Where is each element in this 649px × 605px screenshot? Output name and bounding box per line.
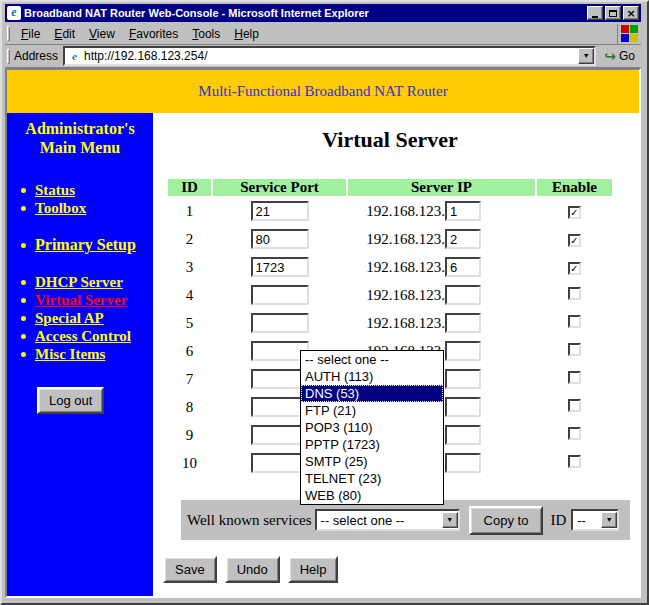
- server-ip-prefix: 192.168.123.: [366, 231, 445, 247]
- menu-help[interactable]: Help: [227, 25, 266, 43]
- dropdown-option[interactable]: TELNET (23): [301, 470, 443, 487]
- toolbar-grip[interactable]: [7, 26, 10, 41]
- service-port-input[interactable]: [251, 201, 309, 221]
- service-port-input[interactable]: [251, 313, 309, 333]
- service-port-input[interactable]: [251, 285, 309, 305]
- dropdown-option[interactable]: PPTP (1723): [301, 436, 443, 453]
- menu-edit[interactable]: Edit: [47, 25, 82, 43]
- sidebar-item-toolbox[interactable]: Toolbox: [7, 199, 153, 217]
- sidebar-link[interactable]: Virtual Server: [35, 292, 127, 308]
- sidebar-link[interactable]: Misc Items: [35, 346, 105, 362]
- service-port-input[interactable]: [251, 257, 309, 277]
- row-id: 4: [168, 282, 211, 308]
- server-ip-suffix-input[interactable]: [445, 397, 481, 417]
- minimize-button[interactable]: [587, 6, 603, 20]
- chevron-down-icon[interactable]: ▼: [442, 512, 458, 528]
- maximize-button[interactable]: [605, 6, 621, 20]
- dropdown-option[interactable]: AUTH (113): [301, 368, 443, 385]
- enable-checkbox[interactable]: [568, 315, 581, 328]
- dropdown-option[interactable]: SMTP (25): [301, 453, 443, 470]
- well-known-services-select[interactable]: -- select one -- ▼: [315, 509, 460, 531]
- enable-checkbox[interactable]: ✓: [568, 262, 581, 275]
- close-button[interactable]: ×: [623, 6, 639, 20]
- enable-checkbox[interactable]: [568, 343, 581, 356]
- sidebar-link[interactable]: Toolbox: [35, 200, 86, 216]
- logout-button[interactable]: Log out: [37, 387, 104, 414]
- well-known-services-band: Well known services -- select one -- ▼ C…: [181, 500, 630, 540]
- dropdown-option[interactable]: FTP (21): [301, 402, 443, 419]
- table-row: 5192.168.123.: [168, 310, 612, 336]
- chevron-down-icon[interactable]: ▼: [601, 512, 617, 528]
- sidebar-link[interactable]: Primary Setup: [35, 236, 136, 253]
- server-ip-suffix-input[interactable]: [445, 369, 481, 389]
- undo-button[interactable]: Undo: [225, 556, 280, 583]
- row-id: 5: [168, 310, 211, 336]
- bullet-icon: [21, 206, 26, 211]
- server-ip-suffix-input[interactable]: [445, 453, 481, 473]
- bullet-icon: [21, 188, 26, 193]
- windows-logo-icon: [617, 24, 641, 44]
- server-ip-suffix-input[interactable]: [445, 341, 481, 361]
- server-ip-suffix-input[interactable]: [445, 201, 481, 221]
- server-ip-suffix-input[interactable]: [445, 229, 481, 249]
- enable-checkbox[interactable]: [568, 427, 581, 440]
- sidebar-item-status[interactable]: Status: [7, 181, 153, 199]
- server-ip-suffix-input[interactable]: [445, 257, 481, 277]
- window-title: Broadband NAT Router Web-Console - Micro…: [24, 4, 587, 22]
- sidebar-item-virtual-server[interactable]: Virtual Server: [7, 291, 153, 309]
- maximize-icon: [609, 10, 617, 17]
- enable-checkbox[interactable]: ✓: [568, 234, 581, 247]
- enable-checkbox[interactable]: [568, 455, 581, 468]
- address-dropdown-arrow[interactable]: ▼: [578, 48, 594, 64]
- enable-checkbox[interactable]: [568, 287, 581, 300]
- menu-file[interactable]: File: [14, 25, 47, 43]
- id-label: ID: [550, 512, 566, 529]
- save-button[interactable]: Save: [163, 556, 217, 583]
- server-ip-prefix: 192.168.123.: [366, 259, 445, 275]
- toolbar-grip[interactable]: [7, 49, 10, 64]
- address-bar: Address e ▼ ↪ Go: [5, 45, 641, 68]
- sidebar-link[interactable]: DHCP Server: [35, 274, 123, 290]
- sidebar-item-special-ap[interactable]: Special AP: [7, 309, 153, 327]
- dropdown-option[interactable]: WEB (80): [301, 487, 443, 504]
- bullet-icon: [21, 334, 26, 339]
- sidebar-item-misc-items[interactable]: Misc Items: [7, 345, 153, 363]
- sidebar-item-primary-setup[interactable]: Primary Setup: [7, 236, 153, 254]
- server-ip-suffix-input[interactable]: [445, 313, 481, 333]
- address-input[interactable]: [84, 49, 578, 63]
- close-icon: ×: [626, 8, 635, 19]
- help-button[interactable]: Help: [288, 556, 339, 583]
- address-combo: e ▼: [63, 46, 596, 66]
- service-port-input[interactable]: [251, 229, 309, 249]
- menu-view[interactable]: View: [82, 25, 122, 43]
- sidebar-item-dhcp-server[interactable]: DHCP Server: [7, 273, 153, 291]
- menu-favorites[interactable]: Favorites: [122, 25, 185, 43]
- table-row: 2192.168.123.✓: [168, 226, 612, 252]
- enable-checkbox[interactable]: [568, 399, 581, 412]
- services-dropdown-list: -- select one --AUTH (113)DNS (53)FTP (2…: [300, 350, 444, 505]
- sidebar-link[interactable]: Status: [35, 182, 75, 198]
- sidebar-link[interactable]: Access Control: [35, 328, 131, 344]
- id-select[interactable]: -- ▼: [571, 509, 619, 531]
- row-id: 8: [168, 394, 211, 420]
- server-ip-prefix: 192.168.123.: [366, 203, 445, 219]
- enable-checkbox[interactable]: [568, 371, 581, 384]
- minimize-icon: [592, 16, 598, 18]
- sidebar-item-access-control[interactable]: Access Control: [7, 327, 153, 345]
- enable-checkbox[interactable]: ✓: [568, 206, 581, 219]
- sidebar-title: Administrator's Main Menu: [7, 119, 153, 157]
- copy-to-button[interactable]: Copy to: [469, 506, 544, 535]
- server-ip-suffix-input[interactable]: [445, 285, 481, 305]
- row-id: 2: [168, 226, 211, 252]
- sidebar-link[interactable]: Special AP: [35, 310, 104, 326]
- sidebar: Administrator's Main Menu StatusToolboxP…: [7, 113, 153, 596]
- server-ip-suffix-input[interactable]: [445, 425, 481, 445]
- dropdown-option[interactable]: POP3 (110): [301, 419, 443, 436]
- dropdown-option[interactable]: DNS (53): [301, 385, 443, 402]
- header-port: Service Port: [213, 179, 346, 196]
- title-bar[interactable]: e Broadband NAT Router Web-Console - Mic…: [5, 4, 641, 22]
- row-id: 1: [168, 198, 211, 224]
- menu-tools[interactable]: Tools: [185, 25, 227, 43]
- dropdown-option[interactable]: -- select one --: [301, 351, 443, 368]
- go-button[interactable]: ↪ Go: [596, 49, 641, 63]
